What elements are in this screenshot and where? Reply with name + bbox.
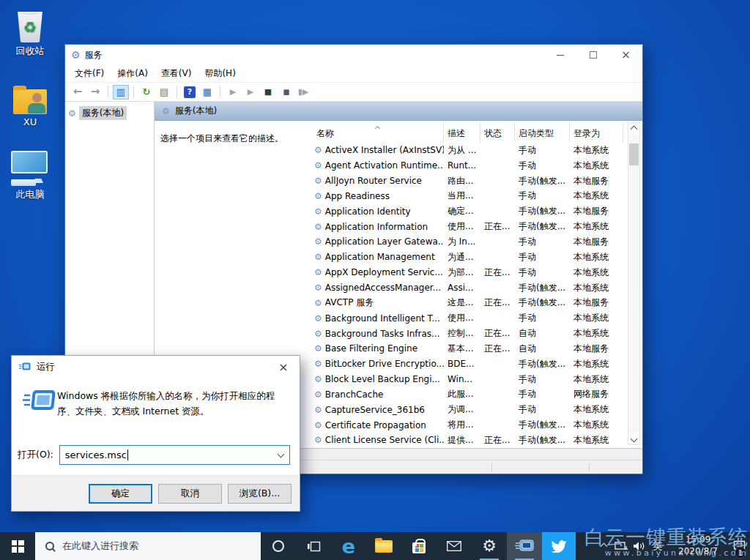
run-close-button[interactable]: × <box>267 356 300 378</box>
open-input-value[interactable]: services.msc <box>65 449 127 460</box>
service-row[interactable]: ⚙ Application Management 为通... 手动 本地系统 <box>313 250 631 265</box>
task-view-button[interactable] <box>296 532 331 560</box>
tree-item-services-local[interactable]: ⚙ 服务(本地) <box>68 106 151 120</box>
service-row[interactable]: ⚙ Base Filtering Engine 基本... 正在... 自动 本… <box>313 341 631 356</box>
service-gear-icon: ⚙ <box>314 406 322 414</box>
service-description: 为 In... <box>444 236 480 248</box>
open-combobox[interactable]: services.msc <box>59 445 290 465</box>
maximize-button[interactable] <box>576 45 609 65</box>
service-row[interactable]: ⚙ Application Identity 确定... 手动(触发... 本地… <box>313 204 631 219</box>
file-explorer-button[interactable] <box>366 532 401 560</box>
chevron-down-icon[interactable] <box>278 450 285 458</box>
service-gear-icon: ⚙ <box>314 146 322 154</box>
network-tray-icon[interactable] <box>612 542 630 551</box>
service-row[interactable]: ⚙ AppX Deployment Servic... 为部... 正在... … <box>313 265 631 280</box>
vertical-scrollbar[interactable] <box>628 122 640 445</box>
service-description: 将用... <box>444 419 480 431</box>
help-icon[interactable]: ? <box>182 85 198 100</box>
service-row[interactable]: ⚙ BranchCache 此服... 手动 网络服务 <box>313 387 631 403</box>
service-row[interactable]: ⚙ Background Tasks Infras... 控制... 正在...… <box>313 326 631 341</box>
service-row[interactable]: ⚙ Client License Service (Cli... 提供... 正… <box>313 433 631 448</box>
column-header-description[interactable]: 描述 <box>444 122 480 143</box>
column-header-status[interactable]: 状态 <box>480 122 515 143</box>
show-console-tree-icon[interactable]: ▥ <box>113 85 129 100</box>
service-row[interactable]: ⚙ ActiveX Installer (AxInstSV) 为从 ... 手动… <box>313 143 631 158</box>
service-row[interactable]: ⚙ App Readiness 当用... 手动 本地系统 <box>313 189 631 204</box>
service-logon-as: 本地系统 <box>570 190 623 202</box>
start-service-icon[interactable]: ▶ <box>225 85 241 100</box>
run-description: Windows 将根据你所输入的名称，为你打开相应的程序、文件夹、文档或 Int… <box>57 388 286 419</box>
service-row[interactable]: ⚙ Application Layer Gatewa... 为 In... 手动… <box>313 234 631 250</box>
start-button[interactable] <box>0 532 35 560</box>
desktop-icon-recycle-bin[interactable]: ♻ 回收站 <box>6 4 54 58</box>
store-button[interactable] <box>401 532 437 560</box>
menu-item[interactable]: 帮助(H) <box>198 65 242 82</box>
pause-service-icon[interactable]: ▮▮ <box>278 85 294 100</box>
toolbar-separator <box>220 86 220 98</box>
service-gear-icon: ⚙ <box>314 375 322 384</box>
menu-item[interactable]: 操作(A) <box>111 65 155 82</box>
scroll-up-icon[interactable] <box>628 123 639 135</box>
run-titlebar[interactable]: 运行 × <box>12 356 300 378</box>
ok-button[interactable]: 确定 <box>89 484 152 504</box>
menu-item[interactable]: 查看(V) <box>155 65 198 82</box>
service-row[interactable]: ⚙ Block Level Backup Engi... Win... 手动 本… <box>313 372 631 387</box>
service-row[interactable]: ⚙ Background Intelligent T... 使用... 手动 本… <box>313 310 631 326</box>
refresh-icon[interactable]: ↻ <box>138 85 155 100</box>
service-description: 使用... <box>444 312 480 324</box>
services-list[interactable]: ⚙ ActiveX Installer (AxInstSV) 为从 ... 手动… <box>313 143 631 448</box>
service-name: Application Layer Gatewa... <box>325 236 444 247</box>
run-taskbar-button[interactable] <box>507 532 542 560</box>
service-row[interactable]: ⚙ CaptureService_361b6 为调... 手动 本地系统 <box>313 402 631 417</box>
service-logon-as: 本地服务 <box>570 296 623 309</box>
input-language-indicator[interactable]: 英 <box>647 540 668 553</box>
service-name: Certificate Propagation <box>325 420 426 430</box>
column-header-logon-as[interactable]: 登录为 <box>570 122 623 143</box>
service-gear-icon: ⚙ <box>314 223 322 231</box>
menu-item[interactable]: 文件(F) <box>68 65 111 82</box>
service-row[interactable]: ⚙ BitLocker Drive Encryptio... BDE... 手动… <box>313 356 631 372</box>
notification-count-badge[interactable]: 1 <box>735 547 746 559</box>
hidden-icons-chevron[interactable] <box>595 544 612 549</box>
column-header-startup-type[interactable]: 启动类型 <box>515 122 570 143</box>
desktop-icon-xu-folder[interactable]: XU <box>6 76 54 127</box>
cancel-button[interactable]: 取消 <box>158 484 222 504</box>
run-dialog-title: 运行 <box>37 361 55 373</box>
show-action-pane-icon[interactable]: ▦ <box>199 85 215 100</box>
resume-service-icon[interactable]: ▶ <box>242 85 259 100</box>
service-row[interactable]: ⚙ Application Information 使用... 正在... 手动… <box>313 219 631 234</box>
service-row[interactable]: ⚙ AssignedAccessManager... Assi... 手动(触发… <box>313 280 631 296</box>
scrollbar-thumb[interactable] <box>629 143 639 165</box>
twitter-button[interactable] <box>542 532 576 560</box>
service-row[interactable]: ⚙ AVCTP 服务 这是... 正在... 手动(触发... 本地服务 <box>313 295 631 310</box>
service-row[interactable]: ⚙ Certificate Propagation 将用... 手动(触发...… <box>313 417 631 433</box>
taskbar-search[interactable]: 在此键入进行搜索 <box>35 532 261 560</box>
service-name: Background Tasks Infras... <box>325 329 440 339</box>
desktop-icon-this-pc[interactable]: 此电脑 <box>6 148 54 201</box>
service-name: Application Identity <box>325 206 411 217</box>
minimize-button[interactable] <box>543 45 576 65</box>
service-row[interactable]: ⚙ AllJoyn Router Service 路由... 手动(触发... … <box>313 173 631 189</box>
services-titlebar[interactable]: ⚙ 服务 × <box>65 45 642 65</box>
forward-icon[interactable]: → <box>87 85 103 100</box>
edge-button[interactable]: e <box>331 532 366 560</box>
service-description: 基本... <box>444 343 480 355</box>
close-button[interactable]: × <box>609 45 642 65</box>
stop-service-icon[interactable]: ■ <box>260 85 276 100</box>
tree-item-label: 服务(本地) <box>79 106 127 120</box>
service-description: 为调... <box>444 403 480 416</box>
mail-button[interactable] <box>437 532 472 560</box>
restart-service-icon[interactable]: ▮▶ <box>295 85 311 100</box>
column-header-name[interactable]: 名称 <box>313 122 444 143</box>
volume-tray-icon[interactable] <box>630 541 647 551</box>
settings-button[interactable]: ⚙ <box>472 532 507 560</box>
run-taskbar-icon <box>515 540 534 553</box>
browse-button[interactable]: 浏览(B)... <box>228 484 292 504</box>
service-row[interactable]: ⚙ Agent Activation Runtime... Runt... 手动… <box>313 158 631 173</box>
back-icon[interactable]: ← <box>70 85 86 100</box>
cortana-button[interactable] <box>261 532 296 560</box>
menu-bar: 文件(F)操作(A)查看(V)帮助(H) <box>65 65 642 83</box>
scroll-down-icon[interactable] <box>628 433 639 444</box>
taskbar-clock[interactable]: 15:09 2020/8/7 <box>668 534 728 557</box>
export-list-icon[interactable]: ▤ <box>156 85 172 100</box>
